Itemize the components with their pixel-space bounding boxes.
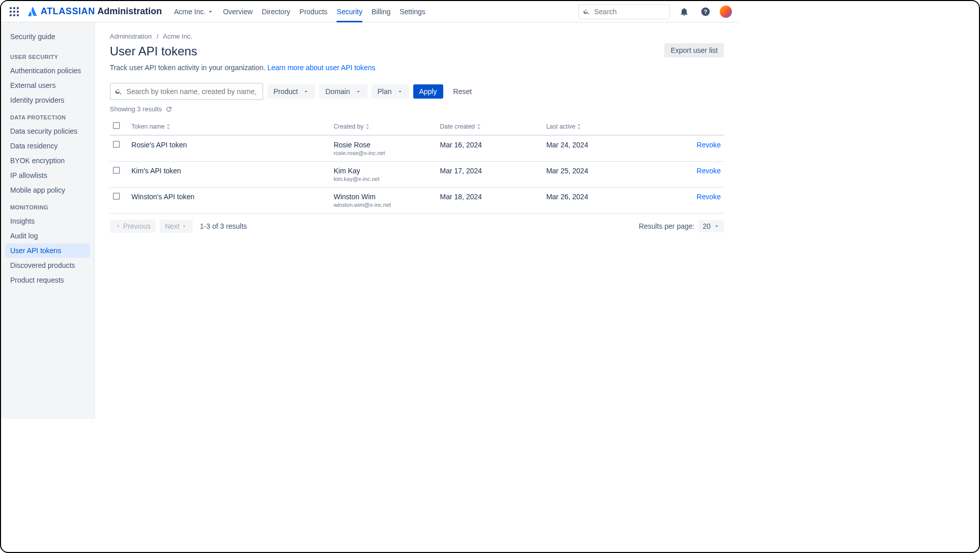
sidebar-item[interactable]: Audit log — [5, 229, 90, 243]
col-date-created[interactable]: Date created — [437, 118, 543, 135]
row-checkbox[interactable] — [113, 193, 120, 200]
sidebar: Security guide USER SECURITYAuthenticati… — [1, 22, 95, 419]
revoke-link[interactable]: Revoke — [697, 141, 721, 149]
sidebar-item[interactable]: Authentication policies — [5, 64, 90, 78]
user-avatar[interactable] — [720, 6, 732, 18]
token-search[interactable] — [110, 83, 263, 100]
col-last-active[interactable]: Last active — [543, 118, 652, 135]
search-icon — [583, 8, 590, 16]
sort-icon — [365, 124, 370, 129]
sidebar-item[interactable]: User API tokens — [5, 243, 90, 258]
reset-button[interactable]: Reset — [447, 84, 478, 99]
nav-billing[interactable]: Billing — [372, 1, 390, 22]
sidebar-item[interactable]: Product requests — [5, 273, 90, 287]
learn-more-link[interactable]: Learn more about user API tokens — [267, 64, 375, 72]
select-all-checkbox[interactable] — [113, 122, 120, 129]
sidebar-item[interactable]: Data security policies — [5, 124, 90, 138]
cell-date-created: Mar 18, 2024 — [437, 188, 543, 213]
app-switcher-icon[interactable] — [8, 6, 20, 18]
results-count: Showing 3 results — [110, 105, 724, 113]
revoke-link[interactable]: Revoke — [697, 193, 721, 201]
filter-product-dropdown[interactable]: Product — [267, 84, 315, 99]
sidebar-security-guide[interactable]: Security guide — [5, 29, 90, 44]
cell-created-by: Kim Kaykim.kay@x-inc.net — [330, 162, 437, 188]
sort-icon — [577, 124, 581, 129]
per-page-label: Results per page: — [639, 222, 695, 230]
cell-created-by: Rosie Roserosie.rose@x-inc.net — [330, 135, 437, 162]
global-search-input[interactable] — [593, 7, 665, 16]
breadcrumb: Administration / Acme Inc. — [110, 33, 724, 40]
filter-plan-dropdown[interactable]: Plan — [372, 84, 409, 99]
cell-last-active: Mar 24, 2024 — [543, 135, 652, 162]
col-token-name[interactable]: Token name — [129, 118, 331, 135]
col-created-by[interactable]: Created by — [330, 118, 437, 135]
row-checkbox[interactable] — [113, 167, 120, 174]
table-row: Kim's API tokenKim Kaykim.kay@x-inc.netM… — [110, 162, 724, 188]
table-row: Winston's API tokenWinston Wimwinston.wi… — [110, 188, 724, 213]
atlassian-logo-icon — [27, 7, 38, 17]
revoke-link[interactable]: Revoke — [697, 167, 721, 175]
sidebar-item[interactable]: Insights — [5, 214, 90, 228]
table-row: Rosie's API tokenRosie Roserosie.rose@x-… — [110, 135, 724, 162]
cell-token-name: Winston's API token — [129, 188, 331, 213]
global-search[interactable] — [578, 4, 670, 19]
cell-created-by: Winston Wimwinston.wim@x-inc.net — [330, 188, 437, 213]
nav-org-selector[interactable]: Acme Inc. — [174, 1, 213, 22]
chevron-right-icon — [181, 223, 188, 229]
token-search-input[interactable] — [126, 87, 258, 96]
cell-token-name: Kim's API token — [129, 162, 331, 188]
sidebar-item[interactable]: External users — [5, 78, 90, 93]
nav-security[interactable]: Security — [336, 1, 362, 22]
chevron-down-icon — [303, 88, 309, 95]
sidebar-item[interactable]: BYOK encryption — [5, 153, 90, 168]
nav-products[interactable]: Products — [299, 1, 327, 22]
sidebar-item[interactable]: Identity providers — [5, 93, 90, 107]
sidebar-item[interactable]: IP allowlists — [5, 168, 90, 182]
sidebar-item[interactable]: Mobile app policy — [5, 183, 90, 197]
cell-last-active: Mar 26, 2024 — [543, 188, 652, 213]
chevron-down-icon — [355, 88, 361, 95]
page-title: User API tokens — [110, 44, 197, 58]
chevron-down-icon — [714, 223, 720, 229]
page-count: 1-3 of 3 results — [200, 222, 247, 230]
filter-domain-dropdown[interactable]: Domain — [319, 84, 367, 99]
brand-logo[interactable]: ATLASSIAN Administration — [27, 6, 162, 17]
refresh-icon[interactable] — [165, 106, 172, 113]
notifications-icon[interactable] — [677, 5, 691, 19]
cell-date-created: Mar 17, 2024 — [437, 162, 543, 188]
search-icon — [115, 87, 122, 96]
cell-date-created: Mar 16, 2024 — [437, 135, 543, 162]
sidebar-group-heading: MONITORING — [5, 201, 90, 213]
row-checkbox[interactable] — [113, 141, 120, 148]
sort-icon — [166, 124, 170, 129]
sidebar-group-heading: USER SECURITY — [5, 51, 90, 63]
next-page-button[interactable]: Next — [160, 220, 193, 233]
help-icon[interactable]: ? — [698, 5, 713, 19]
brand-wordmark: ATLASSIAN Administration — [41, 6, 162, 17]
chevron-left-icon — [115, 223, 121, 229]
nav-org-label: Acme Inc. — [174, 8, 205, 16]
main-content: Administration / Acme Inc. User API toke… — [95, 22, 739, 419]
cell-last-active: Mar 25, 2024 — [543, 162, 652, 188]
page-description: Track user API token activity in your or… — [110, 64, 724, 72]
sort-icon — [477, 124, 481, 129]
svg-text:?: ? — [703, 8, 707, 15]
apply-button[interactable]: Apply — [413, 84, 443, 99]
chevron-down-icon — [397, 88, 403, 95]
per-page-dropdown[interactable]: 20 — [698, 220, 724, 232]
breadcrumb-org: Acme Inc. — [163, 33, 193, 40]
sidebar-group-heading: DATA PROTECTION — [5, 111, 90, 124]
prev-page-button[interactable]: Previous — [110, 220, 156, 233]
sidebar-item[interactable]: Discovered products — [5, 258, 90, 272]
sidebar-item[interactable]: Data residency — [5, 139, 90, 153]
nav-overview[interactable]: Overview — [223, 1, 253, 22]
breadcrumb-root[interactable]: Administration — [110, 33, 151, 40]
top-navigation: ATLASSIAN Administration Acme Inc. Overv… — [1, 1, 739, 22]
nav-directory[interactable]: Directory — [262, 1, 290, 22]
nav-settings[interactable]: Settings — [400, 1, 425, 22]
tokens-table: Token name Created by Date created Last … — [110, 118, 724, 213]
export-user-list-button[interactable]: Export user list — [664, 43, 724, 57]
cell-token-name: Rosie's API token — [129, 135, 331, 162]
